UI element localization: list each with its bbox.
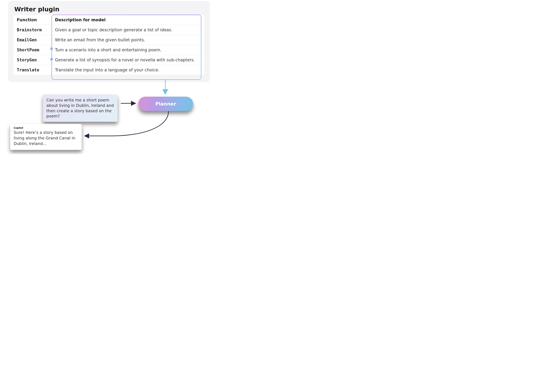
user-prompt-text: Can you write me a short poem about livi… [46, 98, 114, 118]
fn-name: Translate [13, 65, 51, 75]
fn-desc: Given a goal or topic description genera… [51, 25, 204, 35]
table-row: StoryGen Generate a list of synopsis for… [13, 55, 204, 65]
table-row: ShortPoem Turn a scenario into a short a… [13, 45, 204, 55]
table-row: Translate Translate the input into a lan… [13, 65, 204, 75]
fn-desc: Write an email from the given bullet poi… [51, 35, 204, 45]
response-text: Sure! Here’s a story based on living alo… [14, 130, 78, 146]
copilot-response: Copilot Sure! Here’s a story based on li… [10, 124, 82, 150]
fn-desc: Turn a scenario into a short and enterta… [51, 45, 204, 55]
fn-name: StoryGen [13, 55, 51, 65]
table-row: EmailGen Write an email from the given b… [13, 35, 204, 45]
plugin-table: Function Description for model Brainstor… [13, 15, 204, 75]
fn-desc: Translate the input into a language of y… [51, 65, 204, 75]
table-row: Brainstorm Given a goal or topic descrip… [13, 25, 204, 35]
fn-desc: Generate a list of synopsis for a novel … [51, 55, 204, 65]
header-description: Description for model [51, 15, 204, 25]
plugin-card: Writer plugin Function Description for m… [8, 1, 210, 82]
plugin-table-header: Function Description for model [13, 15, 204, 25]
user-prompt: Can you write me a short poem about livi… [43, 95, 118, 122]
plugin-title: Writer plugin [14, 6, 204, 13]
planner-label: Planner [155, 101, 176, 107]
fn-name: Brainstorm [13, 25, 51, 35]
response-author: Copilot [14, 126, 78, 129]
planner-node: Planner [138, 97, 193, 111]
fn-name: EmailGen [13, 35, 51, 45]
fn-name: ShortPoem [13, 45, 51, 55]
header-function: Function [13, 15, 51, 25]
